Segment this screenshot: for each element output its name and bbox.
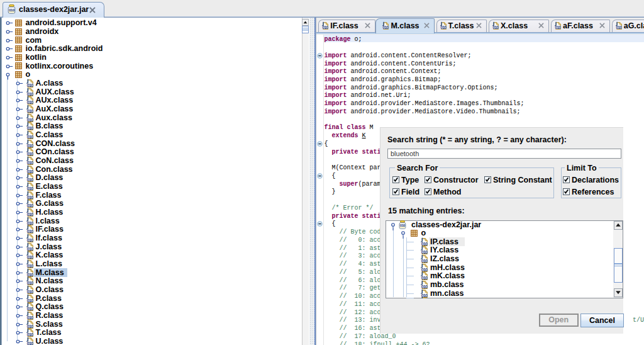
svg-text:010: 010: [27, 255, 33, 259]
svg-text:010: 010: [27, 341, 33, 345]
svg-text:010: 010: [27, 195, 33, 199]
svg-text:010: 010: [440, 25, 446, 29]
svg-text:010: 010: [27, 169, 33, 173]
svg-text:010: 010: [383, 25, 389, 29]
svg-text:010: 010: [323, 25, 328, 29]
svg-text:010: 010: [421, 285, 428, 289]
svg-text:010: 010: [27, 281, 33, 285]
svg-text:010: 010: [400, 223, 405, 227]
svg-text:010: 010: [9, 8, 14, 12]
svg-text:010: 010: [27, 324, 33, 328]
svg-text:010: 010: [616, 25, 621, 29]
svg-text:010: 010: [27, 315, 33, 319]
svg-text:010: 010: [27, 272, 33, 276]
svg-text:010: 010: [493, 25, 499, 29]
svg-text:010: 010: [421, 276, 428, 280]
svg-text:010: 010: [27, 143, 33, 147]
svg-text:010: 010: [27, 229, 33, 234]
svg-text:010: 010: [421, 267, 428, 271]
svg-text:010: 010: [421, 258, 428, 263]
svg-text:010: 010: [27, 212, 33, 217]
svg-text:010: 010: [27, 238, 33, 242]
svg-text:010: 010: [27, 152, 33, 156]
svg-text:010: 010: [27, 298, 33, 302]
svg-text:010: 010: [27, 126, 33, 130]
svg-text:010: 010: [27, 186, 33, 191]
svg-text:010: 010: [555, 25, 561, 29]
svg-text:010: 010: [27, 83, 33, 88]
svg-text:010: 010: [27, 100, 33, 105]
svg-text:010: 010: [27, 109, 33, 113]
